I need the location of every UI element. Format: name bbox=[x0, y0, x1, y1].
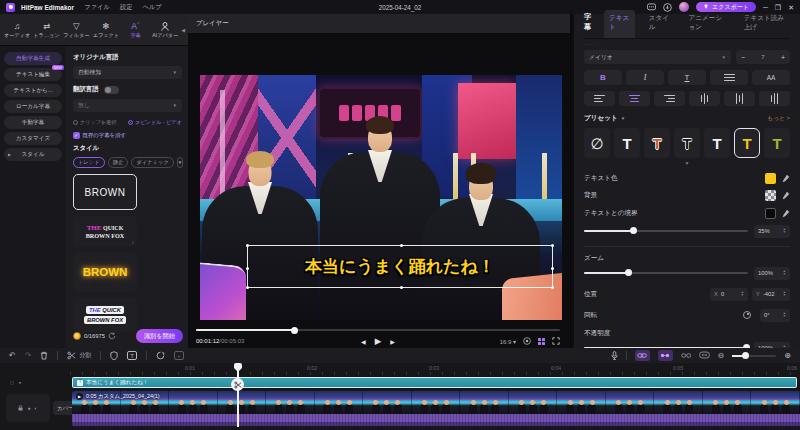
eyedropper-icon[interactable] bbox=[781, 209, 790, 218]
background-color-swatch[interactable] bbox=[765, 190, 776, 201]
translate-toggle[interactable] bbox=[104, 86, 119, 94]
aspect-ratio-select[interactable]: 16:9 ▾ bbox=[500, 338, 516, 345]
module-ai-avatar[interactable]: AIアバター bbox=[150, 21, 180, 39]
line-spacing-button[interactable] bbox=[710, 70, 748, 85]
sidebar-item-text-edit[interactable]: テキスト編集NEW bbox=[4, 68, 62, 81]
style-tab-trend[interactable]: トレンド bbox=[73, 157, 105, 168]
subtitle-selection-box[interactable]: 本当にうまく踊れたね！ bbox=[247, 245, 553, 288]
radio-spindle-video[interactable]: スピンドル・ビデオ bbox=[128, 119, 182, 126]
ripple-edit-icon[interactable] bbox=[699, 351, 710, 360]
video-subtitle-text[interactable]: 本当にうまく踊れたね！ bbox=[305, 255, 495, 278]
align-left-button[interactable] bbox=[584, 91, 615, 106]
sidebar-item-from-text[interactable]: テキストから... bbox=[4, 84, 62, 97]
italic-button[interactable]: I bbox=[626, 70, 664, 85]
style-card-outline[interactable]: BROWN bbox=[73, 174, 137, 210]
remove-existing-checkbox-row[interactable]: ✓ 既存の字幕を消す bbox=[73, 132, 182, 139]
module-effect[interactable]: ✻エフェクト bbox=[91, 21, 121, 39]
playhead-pin[interactable] bbox=[234, 363, 242, 372]
eyedropper-icon[interactable] bbox=[781, 191, 790, 200]
align-center-button[interactable] bbox=[619, 91, 650, 106]
zoom-out-icon[interactable]: ⊖ bbox=[718, 352, 725, 360]
chevron-down-icon[interactable]: ▼ bbox=[621, 116, 625, 121]
sidebar-item-customize[interactable]: カスタマイズ bbox=[4, 132, 62, 145]
align-right-button[interactable] bbox=[654, 91, 685, 106]
eyedropper-icon[interactable] bbox=[781, 174, 790, 183]
zoom-value[interactable]: 100%▲▼ bbox=[754, 267, 790, 280]
text-border-color-swatch[interactable] bbox=[765, 208, 776, 219]
timeline-zoom-slider[interactable] bbox=[732, 355, 776, 357]
text-color-swatch[interactable] bbox=[765, 173, 776, 184]
style-card-glow[interactable]: BROWN bbox=[73, 252, 137, 292]
translate-language-select[interactable]: 無し▼ bbox=[73, 99, 182, 112]
playhead-split-icon[interactable] bbox=[231, 378, 244, 391]
player-progress-bar[interactable] bbox=[196, 329, 560, 331]
vertical-align-middle-button[interactable] bbox=[724, 91, 755, 106]
chevron-down-icon[interactable]: ▼ bbox=[177, 157, 183, 168]
preset-green[interactable]: T bbox=[764, 128, 790, 158]
split-label[interactable]: 分割 bbox=[79, 351, 91, 360]
original-language-select[interactable]: 自動検知▼ bbox=[73, 66, 182, 79]
fullscreen-icon[interactable] bbox=[552, 337, 560, 346]
track-edit-icon[interactable]: ◻ bbox=[10, 380, 14, 385]
video-clip[interactable]: ▶ 0:05 カスタム_2025_04_24(1) bbox=[72, 391, 800, 426]
font-size-minus[interactable]: − bbox=[741, 54, 745, 61]
sidebar-item-manual-subtitle[interactable]: 手動字幕 bbox=[4, 116, 62, 129]
preset-black-outline[interactable]: T bbox=[674, 128, 700, 158]
underline-button[interactable]: T bbox=[668, 70, 706, 85]
split-icon[interactable] bbox=[67, 351, 76, 361]
collapse-panel-icon[interactable]: ◀ bbox=[180, 27, 186, 33]
letter-case-button[interactable]: AA bbox=[752, 70, 790, 85]
preset-expander-icon[interactable]: ▼ bbox=[584, 160, 790, 166]
style-card-chip[interactable]: THE QUICK BROWN FOX bbox=[73, 298, 137, 332]
position-y-input[interactable]: Y-402▲▼ bbox=[752, 288, 790, 301]
tab-animation[interactable]: アニメーション bbox=[684, 10, 730, 38]
sidebar-item-local-subtitle[interactable]: ローカル字幕 bbox=[4, 100, 62, 113]
sidebar-item-style[interactable]: ▶スタイル bbox=[4, 148, 62, 161]
vertical-align-top-button[interactable] bbox=[689, 91, 720, 106]
tab-text[interactable]: テキスト bbox=[604, 10, 635, 38]
style-card-serif[interactable]: THE QUICK BROWN FOX ↓ bbox=[73, 216, 137, 246]
add-text-icon[interactable]: T bbox=[127, 351, 137, 360]
timeline-ruler[interactable]: 0:01 0:02 0:03 0:04 0:05 0:06 bbox=[0, 363, 800, 376]
lock-icon[interactable] bbox=[18, 405, 23, 412]
module-audio[interactable]: ♫オーディオ bbox=[2, 21, 32, 39]
prev-frame-button[interactable]: ◀ bbox=[361, 338, 366, 345]
bold-button[interactable]: B bbox=[584, 70, 622, 85]
more-presets-link[interactable]: もっと > bbox=[767, 114, 790, 123]
undo-icon[interactable]: ↶ bbox=[9, 352, 16, 360]
playhead[interactable] bbox=[234, 363, 242, 427]
font-family-select[interactable]: メイリオ▼ bbox=[584, 50, 731, 64]
font-size-plus[interactable]: + bbox=[781, 54, 785, 61]
start-recognition-button[interactable]: 識別を開始 bbox=[136, 329, 183, 343]
voiceover-mic-icon[interactable] bbox=[611, 351, 618, 361]
radio-select-clip[interactable]: クリップを選択 bbox=[73, 119, 116, 126]
menu-help[interactable]: ヘルプ bbox=[142, 3, 161, 12]
position-x-input[interactable]: X0▲▼ bbox=[710, 288, 748, 301]
border-width-slider[interactable] bbox=[584, 230, 748, 232]
refresh-icon[interactable] bbox=[108, 332, 116, 341]
module-transition[interactable]: ⇄トラ…ョン bbox=[32, 21, 62, 39]
mask-icon[interactable] bbox=[110, 351, 118, 361]
preset-none[interactable]: ∅ bbox=[584, 128, 610, 158]
rotate-input[interactable]: 0°▲▼ bbox=[760, 309, 790, 322]
module-filter[interactable]: ▽フィルター bbox=[61, 21, 91, 39]
style-tab-dynamic[interactable]: ダイナミック bbox=[131, 157, 174, 168]
track-dot-icon[interactable]: ● bbox=[19, 380, 22, 385]
preset-orange-outline[interactable]: T bbox=[644, 128, 670, 158]
zoom-in-icon[interactable]: ⊕ bbox=[784, 352, 791, 360]
vertical-align-bottom-button[interactable] bbox=[759, 91, 790, 106]
speed-icon[interactable] bbox=[156, 351, 165, 361]
preset-yellow-selected[interactable]: T bbox=[734, 128, 760, 158]
style-tab-static[interactable]: 静止 bbox=[108, 157, 129, 168]
rotate-dial-icon[interactable] bbox=[743, 311, 751, 319]
border-width-value[interactable]: 35%▲▼ bbox=[754, 225, 790, 238]
subtitle-clip[interactable]: T 本当にうまく踊れたね！ bbox=[72, 377, 797, 388]
menu-file[interactable]: ファイル bbox=[84, 3, 110, 12]
module-subtitle[interactable]: A´字幕 bbox=[121, 21, 151, 39]
hide-icon[interactable]: ◐ bbox=[35, 405, 38, 411]
grid-view-icon[interactable] bbox=[538, 338, 545, 345]
link-clips-icon[interactable] bbox=[635, 350, 650, 361]
font-size-stepper[interactable]: − 7 + bbox=[736, 50, 790, 64]
mute-icon[interactable]: ● bbox=[27, 405, 30, 411]
redo-icon[interactable]: ↷ bbox=[25, 352, 32, 360]
